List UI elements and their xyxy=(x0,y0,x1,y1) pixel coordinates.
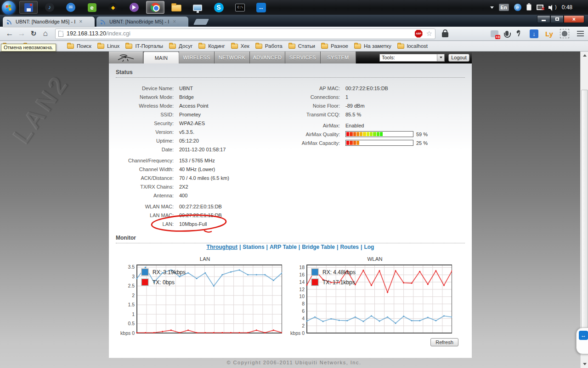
folder-icon xyxy=(321,44,328,49)
bookmark-item[interactable]: Кодинг xyxy=(198,43,225,49)
taskbar-icon-thunderbird-mail[interactable]: ✉ xyxy=(62,1,80,14)
chart-title: WLAN xyxy=(302,256,447,264)
adblock-icon[interactable]: ABP xyxy=(415,30,423,38)
airos-tab-services[interactable]: SERVICES xyxy=(285,52,321,63)
tray-expand-icon[interactable] xyxy=(490,6,494,11)
evernote-extension-icon[interactable] xyxy=(560,29,569,38)
dropdown-arrow-icon[interactable] xyxy=(437,54,444,61)
browser-tray-icon[interactable]: e xyxy=(514,4,521,11)
bookmark-item[interactable]: На заметку xyxy=(354,43,391,49)
taskbar-icon-file-explorer[interactable] xyxy=(167,1,186,14)
airos-tab-system[interactable]: SYSTEM xyxy=(321,52,356,63)
status-row: LAN:10Mbps-Full xyxy=(116,219,277,228)
status-value: Prometey xyxy=(179,112,201,117)
scrollbar[interactable] xyxy=(580,52,588,368)
airmax-bar-value: 25 % xyxy=(416,140,428,146)
volume-icon[interactable]: ) xyxy=(548,4,556,11)
monitor-link-throughput[interactable]: Throughput xyxy=(207,244,237,250)
taskbar-icon-daemon-tools[interactable]: ◆ xyxy=(104,1,122,14)
network-status-icon[interactable] xyxy=(537,5,543,10)
status-label: SSID: xyxy=(116,112,174,117)
bookmark-item[interactable]: Работа xyxy=(255,43,283,49)
monitor-link-bridge-table[interactable]: Bridge Table xyxy=(302,244,335,250)
taskbar-icon-evernote[interactable]: e xyxy=(83,1,101,14)
refresh-button[interactable]: Refresh xyxy=(430,338,458,346)
page-icon xyxy=(58,31,63,37)
bookmark-item[interactable]: Поиск xyxy=(67,43,91,49)
monitor-link-stations[interactable]: Stations xyxy=(243,244,264,250)
taskbar-icon-command-prompt[interactable]: C:\ xyxy=(231,1,249,14)
status-row: TX/RX Chains:2X2 xyxy=(116,182,277,191)
chart-legend: RX: 3.19kbpsTX: 0bps xyxy=(141,269,186,289)
airos-tab-wireless[interactable]: WIRELESS xyxy=(179,52,215,63)
forward-button[interactable]: → xyxy=(16,28,28,39)
tab-close-icon[interactable]: × xyxy=(173,19,176,24)
window-minimize-button[interactable] xyxy=(537,15,550,23)
bookmark-item[interactable]: Хек xyxy=(231,43,249,49)
back-button[interactable]: ← xyxy=(4,28,16,39)
ly-extension-icon[interactable]: Ly xyxy=(545,30,553,38)
browser-toolbar: ← → ↻ ⌂ 192.168.113.20/index.cgi ABP ☆ +… xyxy=(0,27,588,41)
address-bar[interactable]: 192.168.113.20/index.cgi ABP ☆ xyxy=(55,29,435,39)
status-value: 00:27:22:E0:15:DB xyxy=(179,204,222,209)
microphone-extension-icon[interactable] xyxy=(505,31,509,36)
window-close-button[interactable]: × xyxy=(564,15,584,23)
lamp-extension-icon[interactable] xyxy=(515,30,523,37)
bookmark-item[interactable]: localhost xyxy=(397,43,428,49)
scrollbar-up-arrow[interactable] xyxy=(581,52,588,59)
system-tray: En e ) 0:48 xyxy=(490,4,588,11)
taskbar-icon-chrome-browser[interactable] xyxy=(146,1,164,14)
monitor-link-routes[interactable]: Routes xyxy=(340,244,359,250)
taskbar-icon-music-player[interactable]: ♪ xyxy=(40,1,59,14)
bookmark-item[interactable]: Досуг xyxy=(169,43,192,49)
plus3-extension-icon[interactable]: +3 xyxy=(491,30,498,37)
bookmark-item[interactable]: IT-Порталы xyxy=(125,43,163,49)
lan-watermark: LAN2 xyxy=(6,69,74,149)
legend-swatch xyxy=(311,279,318,286)
home-button[interactable]: ⌂ xyxy=(40,28,51,39)
airos-tab-main[interactable]: MAIN xyxy=(143,52,179,63)
reload-button[interactable]: ↻ xyxy=(28,28,40,39)
download-extension-icon[interactable]: ↓ xyxy=(530,29,538,38)
scrollbar-down-arrow[interactable] xyxy=(581,360,588,368)
folder-icon xyxy=(397,44,404,49)
taskbar-icon-remote-desktop[interactable] xyxy=(188,1,207,14)
tools-dropdown[interactable]: Tools: xyxy=(379,54,445,62)
svg-text:kbps 0: kbps 0 xyxy=(290,330,305,336)
bookmarks-bar: ПоискLinuxIT-ПорталыДосугКодингХекРабота… xyxy=(0,41,588,52)
airos-tab-advanced[interactable]: ADVANCED xyxy=(250,52,285,63)
monitor-link-log[interactable]: Log xyxy=(364,244,374,250)
window-restore-button[interactable] xyxy=(550,15,564,23)
browser-tab-1[interactable]: UBNT: [NanoBridge M5] - I × xyxy=(3,17,95,27)
bookmark-item[interactable]: Статьи xyxy=(288,43,315,49)
taskbar-icon-pidgin-messenger[interactable] xyxy=(125,1,143,14)
taskbar-clock[interactable]: 0:48 xyxy=(562,4,572,11)
monitor-link-arp-table[interactable]: ARP Table xyxy=(270,244,297,250)
bookmark-star-icon[interactable]: ☆ xyxy=(426,29,432,38)
new-tab-button[interactable] xyxy=(193,19,209,25)
bookmark-item[interactable]: Разное xyxy=(321,43,348,49)
taskbar-icon-save-floppy[interactable] xyxy=(19,1,38,14)
bookmark-label: На заметку xyxy=(364,43,391,49)
language-indicator[interactable]: En xyxy=(499,4,509,11)
bookmark-item[interactable]: Linux xyxy=(97,43,120,49)
start-button[interactable] xyxy=(2,1,16,15)
clipboard-tray-icon[interactable] xyxy=(526,4,531,11)
folder-icon xyxy=(288,44,295,49)
browser-tab-2[interactable]: UBNT: [NanoBridge M5] - I × xyxy=(96,17,188,27)
taskbar-icon-skype[interactable]: S xyxy=(209,1,228,14)
lock-extension-icon[interactable] xyxy=(442,32,448,37)
bookmark-label: Кодинг xyxy=(208,43,225,49)
tab-close-icon[interactable]: × xyxy=(79,19,82,24)
taskbar-icon-teamviewer[interactable]: ↔ xyxy=(252,1,270,14)
logout-button[interactable]: Logout xyxy=(448,54,469,62)
airos-tab-network[interactable]: NETWORK xyxy=(215,52,250,63)
ubiquiti-logo-tab[interactable] xyxy=(109,52,143,63)
browser-menu-button[interactable] xyxy=(577,31,584,36)
scrollbar-thumb[interactable] xyxy=(581,90,588,353)
status-value: 70 / 4.0 miles (6.5 km) xyxy=(179,175,229,181)
legend-label: RX: 4.48kbps xyxy=(322,269,356,276)
status-value: 85.5 % xyxy=(345,112,361,117)
status-value: 00:27:22:E0:15:DB xyxy=(345,86,388,91)
teamviewer-dock[interactable]: ↔ xyxy=(576,328,588,354)
